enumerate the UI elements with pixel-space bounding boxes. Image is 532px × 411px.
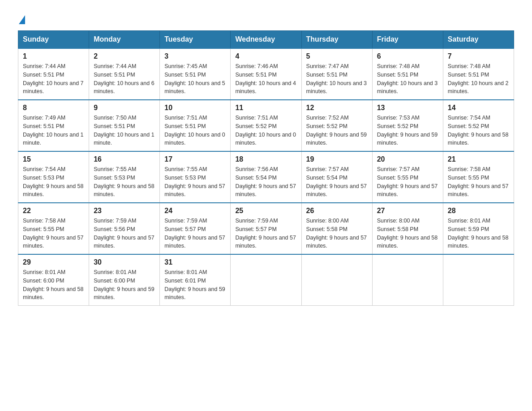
calendar-cell: 3 Sunrise: 7:45 AM Sunset: 5:51 PM Dayli… [160,48,231,100]
day-number: 18 [235,155,296,163]
day-number: 11 [235,104,296,112]
day-info: Sunrise: 8:01 AM Sunset: 6:01 PM Dayligh… [164,268,226,302]
day-number: 3 [164,52,226,60]
calendar-cell: 20 Sunrise: 7:57 AM Sunset: 5:55 PM Dayl… [372,151,443,203]
day-number: 22 [23,207,84,215]
day-info: Sunrise: 7:54 AM Sunset: 5:52 PM Dayligh… [448,114,509,147]
calendar-cell: 26 Sunrise: 8:00 AM Sunset: 5:58 PM Dayl… [301,203,372,254]
calendar-cell: 12 Sunrise: 7:52 AM Sunset: 5:52 PM Dayl… [301,100,372,151]
header [18,13,514,21]
day-info: Sunrise: 7:52 AM Sunset: 5:52 PM Dayligh… [306,114,368,147]
day-number: 25 [235,207,296,215]
day-number: 17 [164,155,226,163]
calendar-cell: 31 Sunrise: 8:01 AM Sunset: 6:01 PM Dayl… [160,254,231,306]
day-info: Sunrise: 7:58 AM Sunset: 5:55 PM Dayligh… [23,217,84,250]
day-number: 23 [94,207,155,215]
calendar-cell: 24 Sunrise: 7:59 AM Sunset: 5:57 PM Dayl… [160,203,231,254]
day-info: Sunrise: 7:59 AM Sunset: 5:57 PM Dayligh… [235,217,296,250]
day-info: Sunrise: 7:56 AM Sunset: 5:54 PM Dayligh… [235,165,296,199]
calendar-cell: 10 Sunrise: 7:51 AM Sunset: 5:51 PM Dayl… [160,100,231,151]
calendar-cell: 21 Sunrise: 7:58 AM Sunset: 5:55 PM Dayl… [443,151,514,203]
day-info: Sunrise: 7:49 AM Sunset: 5:51 PM Dayligh… [23,114,84,147]
day-number: 6 [377,52,438,60]
day-info: Sunrise: 7:59 AM Sunset: 5:56 PM Dayligh… [94,217,155,250]
calendar-cell [301,254,372,306]
calendar-cell: 27 Sunrise: 8:00 AM Sunset: 5:58 PM Dayl… [372,203,443,254]
calendar-day-header: Thursday [301,31,372,49]
calendar-day-header: Wednesday [231,31,301,49]
calendar-day-header: Saturday [443,31,514,49]
day-number: 21 [448,155,509,163]
day-info: Sunrise: 7:51 AM Sunset: 5:52 PM Dayligh… [235,114,296,147]
day-info: Sunrise: 8:01 AM Sunset: 6:00 PM Dayligh… [94,268,155,302]
day-info: Sunrise: 7:55 AM Sunset: 5:53 PM Dayligh… [94,165,155,199]
logo [18,13,25,21]
day-info: Sunrise: 7:48 AM Sunset: 5:51 PM Dayligh… [377,62,438,96]
day-number: 16 [94,155,155,163]
day-number: 19 [306,155,368,163]
day-info: Sunrise: 7:44 AM Sunset: 5:51 PM Dayligh… [23,62,84,96]
day-number: 10 [164,104,226,112]
day-number: 9 [94,104,155,112]
calendar-week-row: 1 Sunrise: 7:44 AM Sunset: 5:51 PM Dayli… [18,48,514,100]
day-number: 4 [235,52,296,60]
calendar-cell [231,254,301,306]
day-info: Sunrise: 7:57 AM Sunset: 5:54 PM Dayligh… [306,165,368,199]
day-info: Sunrise: 7:58 AM Sunset: 5:55 PM Dayligh… [448,165,509,199]
day-info: Sunrise: 8:01 AM Sunset: 5:59 PM Dayligh… [448,217,509,250]
calendar-cell: 15 Sunrise: 7:54 AM Sunset: 5:53 PM Dayl… [18,151,89,203]
calendar-cell: 19 Sunrise: 7:57 AM Sunset: 5:54 PM Dayl… [301,151,372,203]
calendar-week-row: 8 Sunrise: 7:49 AM Sunset: 5:51 PM Dayli… [18,100,514,151]
day-info: Sunrise: 7:48 AM Sunset: 5:51 PM Dayligh… [448,62,509,96]
day-number: 24 [164,207,226,215]
day-info: Sunrise: 8:00 AM Sunset: 5:58 PM Dayligh… [377,217,438,250]
calendar-cell: 22 Sunrise: 7:58 AM Sunset: 5:55 PM Dayl… [18,203,89,254]
calendar-cell: 18 Sunrise: 7:56 AM Sunset: 5:54 PM Dayl… [231,151,301,203]
day-info: Sunrise: 7:46 AM Sunset: 5:51 PM Dayligh… [235,62,296,96]
calendar-cell: 28 Sunrise: 8:01 AM Sunset: 5:59 PM Dayl… [443,203,514,254]
day-info: Sunrise: 7:45 AM Sunset: 5:51 PM Dayligh… [164,62,226,96]
calendar-day-header: Friday [372,31,443,49]
day-number: 15 [23,155,84,163]
calendar-cell: 7 Sunrise: 7:48 AM Sunset: 5:51 PM Dayli… [443,48,514,100]
day-info: Sunrise: 7:51 AM Sunset: 5:51 PM Dayligh… [164,114,226,147]
day-info: Sunrise: 8:00 AM Sunset: 5:58 PM Dayligh… [306,217,368,250]
day-number: 27 [377,207,438,215]
logo-triangle-icon [19,15,25,24]
calendar-cell: 13 Sunrise: 7:53 AM Sunset: 5:52 PM Dayl… [372,100,443,151]
day-number: 20 [377,155,438,163]
calendar-day-header: Sunday [18,31,89,49]
calendar-cell: 11 Sunrise: 7:51 AM Sunset: 5:52 PM Dayl… [231,100,301,151]
day-number: 2 [94,52,155,60]
day-number: 7 [448,52,509,60]
day-number: 30 [94,258,155,266]
day-number: 12 [306,104,368,112]
calendar-cell: 23 Sunrise: 7:59 AM Sunset: 5:56 PM Dayl… [89,203,160,254]
calendar-cell [372,254,443,306]
calendar-header-row: SundayMondayTuesdayWednesdayThursdayFrid… [18,31,514,49]
day-number: 13 [377,104,438,112]
calendar-cell: 8 Sunrise: 7:49 AM Sunset: 5:51 PM Dayli… [18,100,89,151]
calendar-cell: 29 Sunrise: 8:01 AM Sunset: 6:00 PM Dayl… [18,254,89,306]
day-number: 31 [164,258,226,266]
day-info: Sunrise: 7:59 AM Sunset: 5:57 PM Dayligh… [164,217,226,250]
day-number: 28 [448,207,509,215]
calendar-cell: 2 Sunrise: 7:44 AM Sunset: 5:51 PM Dayli… [89,48,160,100]
calendar-table: SundayMondayTuesdayWednesdayThursdayFrid… [18,30,514,306]
day-number: 8 [23,104,84,112]
calendar-cell: 17 Sunrise: 7:55 AM Sunset: 5:53 PM Dayl… [160,151,231,203]
day-number: 1 [23,52,84,60]
day-info: Sunrise: 7:53 AM Sunset: 5:52 PM Dayligh… [377,114,438,147]
calendar-cell: 25 Sunrise: 7:59 AM Sunset: 5:57 PM Dayl… [231,203,301,254]
day-info: Sunrise: 7:54 AM Sunset: 5:53 PM Dayligh… [23,165,84,199]
day-number: 29 [23,258,84,266]
day-info: Sunrise: 7:50 AM Sunset: 5:51 PM Dayligh… [94,114,155,147]
day-number: 5 [306,52,368,60]
calendar-cell: 9 Sunrise: 7:50 AM Sunset: 5:51 PM Dayli… [89,100,160,151]
day-info: Sunrise: 7:55 AM Sunset: 5:53 PM Dayligh… [164,165,226,199]
day-info: Sunrise: 7:47 AM Sunset: 5:51 PM Dayligh… [306,62,368,96]
calendar-cell: 16 Sunrise: 7:55 AM Sunset: 5:53 PM Dayl… [89,151,160,203]
day-info: Sunrise: 8:01 AM Sunset: 6:00 PM Dayligh… [23,268,84,302]
day-info: Sunrise: 7:44 AM Sunset: 5:51 PM Dayligh… [94,62,155,96]
calendar-cell [443,254,514,306]
